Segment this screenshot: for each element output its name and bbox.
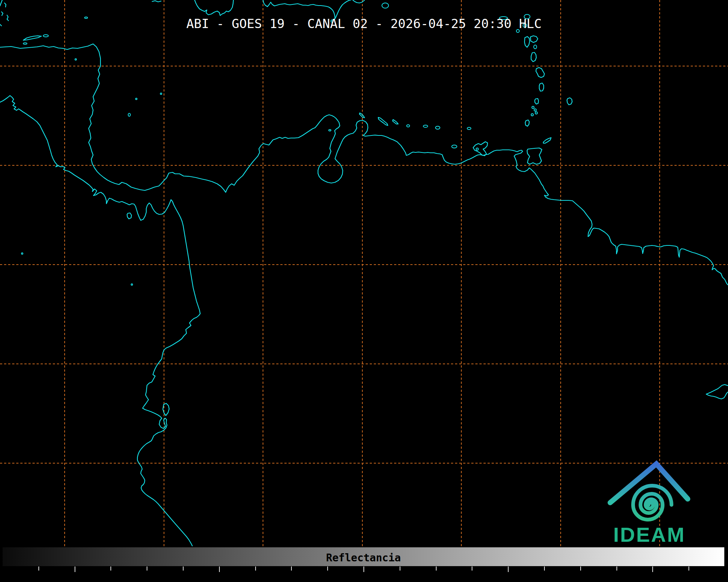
colorbar-tick <box>75 566 75 572</box>
colorbar-tick <box>291 566 292 571</box>
ideam-logo: IDEAM <box>591 454 713 550</box>
colorbar-tick <box>110 566 111 571</box>
colorbar-tick <box>183 566 184 571</box>
colorbar-tick <box>544 566 545 571</box>
colorbar: Reflectancia 0.10.30.50.70.9 <box>0 546 728 582</box>
colorbar-label: Reflectancia <box>3 552 724 564</box>
colorbar-tick <box>147 566 147 571</box>
colorbar-tick <box>508 566 509 572</box>
colorbar-tick <box>436 566 437 571</box>
colorbar-tick <box>327 566 328 571</box>
colorbar-tick <box>616 566 617 571</box>
logo-mountain-roof-icon <box>610 464 688 503</box>
colorbar-tick <box>400 566 400 571</box>
colorbar-tick <box>472 566 472 571</box>
logo-wordmark: IDEAM <box>613 523 685 546</box>
colorbar-tick <box>688 566 689 571</box>
colorbar-tick <box>219 566 220 572</box>
colorbar-gradient: Reflectancia <box>2 547 725 566</box>
colorbar-tick <box>255 566 256 571</box>
product-title: ABI - GOES 19 - CANAL 02 - 2026-04-25 20… <box>186 16 541 31</box>
satellite-product-view: ABI - GOES 19 - CANAL 02 - 2026-04-25 20… <box>0 0 728 582</box>
colorbar-tick <box>363 566 364 572</box>
colorbar-tick <box>580 566 581 571</box>
colorbar-tick <box>652 566 653 572</box>
logo-hurricane-spiral-icon <box>633 486 671 520</box>
colorbar-tick <box>38 566 39 571</box>
